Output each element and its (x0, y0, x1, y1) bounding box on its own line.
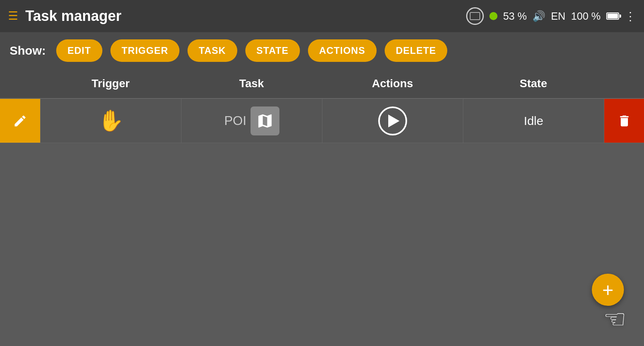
signal-percent: 53 % (503, 10, 527, 23)
main-area: Show: EDIT TRIGGER TASK STATE ACTIONS DE… (0, 32, 644, 346)
filter-edit-button[interactable]: EDIT (56, 39, 102, 62)
screen-inner (470, 12, 480, 20)
volume-icon[interactable]: 🔊 (532, 10, 545, 23)
filter-state-button[interactable]: STATE (245, 39, 300, 62)
state-value: Idle (524, 114, 543, 128)
col-header-task: Task (181, 69, 322, 98)
map-svg (256, 112, 274, 130)
menu-icon[interactable]: ☰ (8, 10, 18, 22)
pencil-icon (13, 114, 27, 128)
column-headers: Trigger Task Actions State (0, 69, 644, 99)
edit-col-spacer (0, 69, 40, 98)
fab-container: + (592, 274, 624, 306)
table-row: ✋ POI Idle (0, 99, 644, 143)
task-cell: POI (181, 99, 322, 143)
state-cell: Idle (463, 99, 604, 143)
delete-button[interactable] (604, 99, 644, 143)
col-header-state: State (463, 69, 604, 98)
filter-actions-button[interactable]: ACTIONS (308, 39, 377, 62)
col-header-trigger: Trigger (40, 69, 181, 98)
language-label: EN (551, 10, 565, 23)
topbar-right: 53 % 🔊 EN 100 % ⋮ (466, 7, 636, 25)
trash-icon (617, 114, 632, 128)
play-triangle-icon (388, 115, 399, 127)
delete-col-spacer (604, 69, 644, 98)
filter-trigger-button[interactable]: TRIGGER (110, 39, 179, 62)
filter-delete-button[interactable]: DELETE (385, 39, 448, 62)
actions-cell[interactable] (322, 99, 463, 143)
filter-bar: Show: EDIT TRIGGER TASK STATE ACTIONS DE… (0, 32, 644, 69)
app-title: Task manager (25, 8, 459, 25)
task-poi-label: POI (224, 113, 246, 128)
map-icon (251, 106, 279, 135)
topbar: ☰ Task manager 53 % 🔊 EN 100 % ⋮ (0, 0, 644, 32)
filter-task-button[interactable]: TASK (187, 39, 237, 62)
play-button[interactable] (378, 106, 407, 135)
filter-label: Show: (10, 44, 46, 57)
col-header-actions: Actions (322, 69, 463, 98)
screen-icon (466, 7, 484, 25)
task-list: ✋ POI Idle (0, 99, 644, 346)
battery-percent: 100 % (571, 10, 601, 23)
add-task-button[interactable]: + (592, 274, 624, 306)
battery-fill (607, 14, 618, 18)
trigger-cell: ✋ (40, 99, 181, 143)
battery-icon (606, 12, 619, 20)
hand-icon: ✋ (98, 109, 124, 133)
more-icon[interactable]: ⋮ (625, 10, 636, 23)
status-dot (489, 12, 497, 20)
edit-button[interactable] (0, 99, 40, 143)
